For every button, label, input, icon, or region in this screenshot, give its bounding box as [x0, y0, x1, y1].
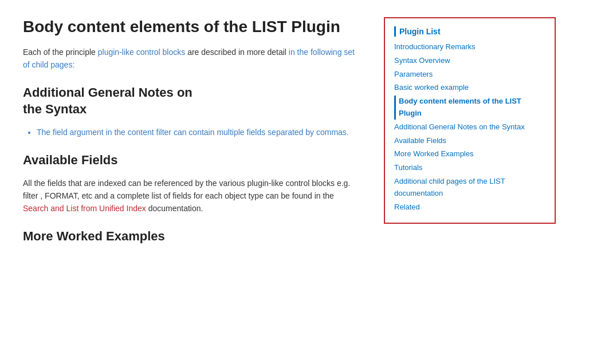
- sidebar-item-available-fields[interactable]: Available Fields: [394, 135, 545, 147]
- sidebar-inner: Plugin List Introductionary Remarks Synt…: [384, 17, 556, 224]
- sidebar-link-related[interactable]: Related: [394, 201, 545, 213]
- sidebar-title-text: Plugin List: [399, 27, 441, 36]
- sidebar-link-more-worked[interactable]: More Worked Examples: [394, 148, 545, 160]
- sidebar-item-parameters[interactable]: Parameters: [394, 69, 545, 81]
- sidebar-title: Plugin List: [394, 26, 545, 37]
- sidebar-item-additional-notes[interactable]: Additional General Notes on the Syntax: [394, 121, 545, 133]
- sidebar-item-tutorials[interactable]: Tutorials: [394, 162, 545, 174]
- main-content: Body content elements of the LIST Plugin…: [0, 11, 378, 353]
- sidebar-title-bar: [394, 26, 396, 37]
- sidebar-nav: Introductionary Remarks Syntax Overview …: [394, 41, 545, 213]
- section2-text-end: documentation.: [146, 204, 203, 213]
- sidebar: Plugin List Introductionary Remarks Synt…: [378, 11, 561, 353]
- section1-heading: Additional General Notes onthe Syntax: [23, 85, 361, 117]
- sidebar-link-parameters[interactable]: Parameters: [394, 69, 545, 81]
- bullet-text-1: The field argument in the content filter…: [37, 128, 349, 137]
- section2-highlight1: plugin-like control blocks: [247, 179, 335, 188]
- sidebar-item-syntax[interactable]: Syntax Overview: [394, 55, 545, 67]
- sidebar-item-body-content[interactable]: Body content elements of the LIST Plugin: [394, 96, 545, 120]
- page-title: Body content elements of the LIST Plugin: [23, 17, 361, 37]
- sidebar-link-introductionary[interactable]: Introductionary Remarks: [394, 41, 545, 53]
- section2-heading: Available Fields: [23, 152, 361, 169]
- sidebar-link-available-fields[interactable]: Available Fields: [394, 135, 545, 147]
- sidebar-item-child-pages[interactable]: Additional child pages of the LIST docum…: [394, 176, 545, 200]
- sidebar-item-basic[interactable]: Basic worked example: [394, 82, 545, 94]
- section1-bullets: The field argument in the content filter…: [37, 126, 361, 139]
- sidebar-link-basic[interactable]: Basic worked example: [394, 82, 545, 94]
- section3-heading: More Worked Examples: [23, 229, 361, 244]
- sidebar-link-child-pages[interactable]: Additional child pages of the LIST docum…: [394, 176, 545, 200]
- sidebar-link-syntax[interactable]: Syntax Overview: [394, 55, 545, 67]
- intro-text-after: are described in more detail: [185, 48, 289, 57]
- section2-text: All the fields that are indexed can be r…: [23, 177, 361, 215]
- sidebar-item-more-worked[interactable]: More Worked Examples: [394, 148, 545, 160]
- intro-paragraph: Each of the principle plugin-like contro…: [23, 46, 361, 72]
- bullet-item-1: The field argument in the content filter…: [37, 126, 361, 139]
- sidebar-active-indicator: [394, 96, 396, 120]
- intro-text-before: Each of the principle: [23, 48, 98, 57]
- sidebar-link-body-content[interactable]: Body content elements of the LIST Plugin: [399, 96, 545, 120]
- sidebar-link-tutorials[interactable]: Tutorials: [394, 162, 545, 174]
- section2-link[interactable]: Search and List from Unified Index: [23, 204, 146, 213]
- intro-highlight1: plugin-like control blocks: [98, 48, 186, 57]
- sidebar-item-related[interactable]: Related: [394, 201, 545, 213]
- sidebar-link-additional-notes[interactable]: Additional General Notes on the Syntax: [394, 121, 545, 133]
- section2-text-before: All the fields that are indexed can be r…: [23, 179, 247, 188]
- sidebar-item-introductionary[interactable]: Introductionary Remarks: [394, 41, 545, 53]
